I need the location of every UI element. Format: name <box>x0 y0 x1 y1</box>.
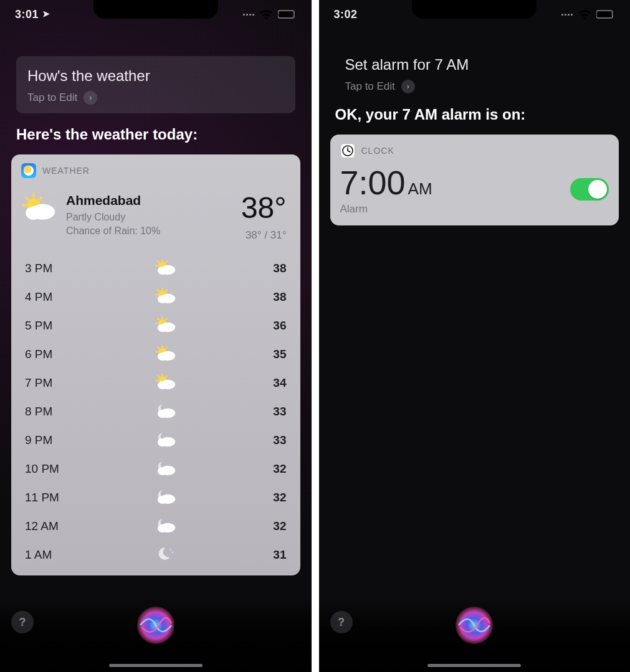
hour-temp: 38 <box>262 290 287 304</box>
clock-app-icon <box>340 143 355 158</box>
rain-chance-text: Chance of Rain: 10% <box>66 224 160 238</box>
hour-label: 9 PM <box>25 433 70 447</box>
hour-temp: 35 <box>262 348 287 361</box>
hour-label: 8 PM <box>25 405 70 419</box>
tap-to-edit-button[interactable]: Tap to Edit › <box>345 80 604 93</box>
moon-icon <box>155 546 176 565</box>
clock-alarm-card[interactable]: CLOCK 7:00AM Alarm <box>330 135 619 225</box>
hourly-row: 10 PM32 <box>25 455 287 483</box>
hourly-row: 1 AM31 <box>25 541 287 569</box>
location-name: Ahmedabad <box>66 193 160 208</box>
weather-app-icon <box>21 163 36 178</box>
hourly-row: 4 PM38 <box>25 283 287 311</box>
hour-label: 10 PM <box>25 462 70 476</box>
hour-label: 6 PM <box>25 348 70 361</box>
hour-temp: 36 <box>262 319 287 333</box>
hourly-forecast-list[interactable]: 3 PM384 PM385 PM366 PM357 PM348 PM339 PM… <box>11 250 300 569</box>
status-time: 3:02 <box>334 8 358 21</box>
alarm-label: Alarm <box>340 203 432 215</box>
home-indicator[interactable] <box>427 664 521 667</box>
tap-to-edit-label: Tap to Edit <box>27 92 77 104</box>
hourly-row: 8 PM33 <box>25 397 287 426</box>
tap-to-edit-button[interactable]: Tap to Edit › <box>27 91 284 105</box>
notch <box>93 0 218 19</box>
hourly-row: 9 PM33 <box>25 426 287 455</box>
sun-cloud-icon <box>155 316 176 336</box>
moon-cloud-icon <box>155 488 176 508</box>
siri-orb-icon[interactable] <box>134 603 178 647</box>
siri-query-row[interactable]: How's the weather Tap to Edit › <box>16 56 295 113</box>
hour-label: 12 AM <box>25 519 70 533</box>
weather-app-label: WEATHER <box>42 166 90 176</box>
weather-card[interactable]: WEATHER Ahmedabad Partly Cloudy Chance o… <box>11 154 300 575</box>
siri-bottom-bar: ? <box>0 597 312 672</box>
siri-bottom-bar: ? <box>319 597 631 672</box>
condition-text: Partly Cloudy <box>66 211 160 224</box>
clock-app-label: CLOCK <box>361 146 394 156</box>
hour-label: 3 PM <box>25 262 70 275</box>
location-services-icon: ➤ <box>42 9 50 19</box>
hour-temp: 32 <box>262 519 287 533</box>
hour-temp: 31 <box>262 548 287 562</box>
siri-help-button[interactable]: ? <box>11 611 34 633</box>
sun-cloud-icon <box>155 345 176 364</box>
siri-query-text: How's the weather <box>27 67 284 85</box>
current-temperature: 38° <box>241 193 287 223</box>
wifi-icon <box>259 9 273 20</box>
chevron-right-icon: › <box>401 80 415 93</box>
hour-temp: 33 <box>262 433 287 447</box>
high-low-temperature: 38° / 31° <box>241 229 287 242</box>
siri-response-text: Here's the weather today: <box>0 113 312 154</box>
sun-cloud-icon <box>155 374 176 393</box>
status-time: 3:01 <box>15 8 39 21</box>
chevron-right-icon: › <box>84 91 97 105</box>
siri-orb-icon[interactable] <box>452 603 496 647</box>
alarm-time: 7:00AM <box>340 163 432 202</box>
moon-cloud-icon <box>155 431 176 450</box>
siri-help-button[interactable]: ? <box>330 611 353 633</box>
hour-temp: 32 <box>262 462 287 476</box>
battery-icon <box>596 9 615 19</box>
hour-temp: 32 <box>262 491 287 504</box>
battery-icon <box>278 9 297 19</box>
hourly-row: 11 PM32 <box>25 483 287 512</box>
siri-query-row[interactable]: Set alarm for 7 AM Tap to Edit › <box>345 56 604 93</box>
sun-cloud-icon <box>155 288 176 307</box>
wifi-icon <box>578 9 591 20</box>
cellular-signal-icon <box>243 14 254 16</box>
hourly-row: 12 AM32 <box>25 512 287 541</box>
siri-query-text: Set alarm for 7 AM <box>345 56 604 73</box>
cellular-signal-icon <box>561 14 573 16</box>
notch <box>412 0 537 19</box>
home-indicator[interactable] <box>109 664 203 667</box>
moon-cloud-icon <box>155 402 176 422</box>
alarm-toggle[interactable] <box>570 178 609 201</box>
tap-to-edit-label: Tap to Edit <box>345 80 395 93</box>
hour-label: 11 PM <box>25 491 70 504</box>
hour-label: 5 PM <box>25 319 70 333</box>
hour-temp: 34 <box>262 376 287 390</box>
hourly-row: 3 PM38 <box>25 254 287 283</box>
hour-label: 7 PM <box>25 376 70 390</box>
hour-temp: 38 <box>262 262 287 275</box>
hourly-row: 5 PM36 <box>25 311 287 340</box>
moon-cloud-icon <box>155 460 176 479</box>
hour-label: 4 PM <box>25 290 70 304</box>
sun-cloud-icon <box>155 259 176 278</box>
hourly-row: 6 PM35 <box>25 340 287 369</box>
hour-label: 1 AM <box>25 548 70 562</box>
siri-response-text: OK, your 7 AM alarm is on: <box>319 93 631 135</box>
hourly-row: 7 PM34 <box>25 369 287 397</box>
moon-cloud-icon <box>155 517 176 536</box>
current-condition-icon <box>22 193 56 224</box>
hour-temp: 33 <box>262 405 287 419</box>
